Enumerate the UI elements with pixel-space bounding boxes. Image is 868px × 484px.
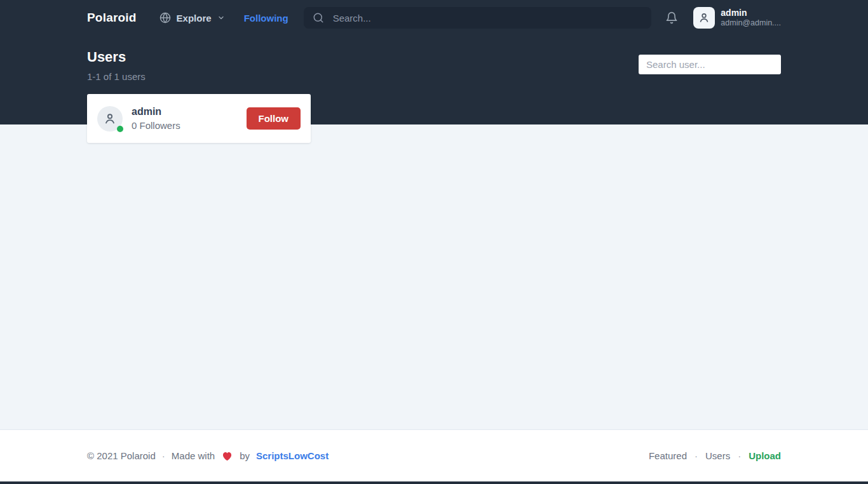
footer-by: by bbox=[240, 450, 250, 461]
user-menu[interactable]: admin admin@admin.... bbox=[693, 7, 781, 29]
footer-left: © 2021 Polaroid · Made with by ScriptsLo… bbox=[87, 450, 329, 461]
user-icon bbox=[698, 11, 710, 24]
search-user-input[interactable] bbox=[639, 55, 781, 74]
user-card-followers: 0 Followers bbox=[132, 120, 180, 131]
users-count: 1-1 of 1 users bbox=[87, 71, 146, 82]
user-card-info: admin 0 Followers bbox=[132, 105, 180, 131]
follow-button[interactable]: Follow bbox=[247, 107, 301, 130]
main-content: admin 0 Followers Follow bbox=[0, 124, 868, 429]
brand-logo[interactable]: Polaroid bbox=[87, 11, 137, 25]
navbar: Polaroid Explore Following bbox=[87, 0, 781, 36]
user-menu-text: admin admin@admin.... bbox=[721, 8, 781, 28]
footer: © 2021 Polaroid · Made with by ScriptsLo… bbox=[0, 429, 868, 481]
user-menu-name: admin bbox=[721, 8, 781, 18]
navbar-search bbox=[304, 7, 652, 29]
bell-icon bbox=[665, 11, 678, 24]
footer-link-upload[interactable]: Upload bbox=[749, 450, 781, 461]
footer-links: Featured · Users · Upload bbox=[649, 450, 781, 461]
page-header: Users 1-1 of 1 users bbox=[87, 36, 781, 82]
user-card-name: admin bbox=[132, 105, 180, 118]
nav-explore-label: Explore bbox=[177, 13, 212, 24]
users-grid: admin 0 Followers Follow bbox=[87, 94, 781, 143]
avatar bbox=[693, 7, 715, 29]
globe-icon bbox=[159, 12, 171, 24]
heart-icon bbox=[221, 450, 233, 461]
nav-following-link[interactable]: Following bbox=[244, 13, 288, 24]
footer-copyright: © 2021 Polaroid bbox=[87, 450, 156, 461]
footer-separator: · bbox=[695, 450, 698, 461]
footer-link-users[interactable]: Users bbox=[705, 450, 730, 461]
footer-separator: · bbox=[162, 450, 165, 461]
user-menu-email: admin@admin.... bbox=[721, 18, 781, 28]
user-card[interactable]: admin 0 Followers Follow bbox=[87, 94, 311, 143]
page-title: Users bbox=[87, 50, 146, 65]
footer-separator: · bbox=[738, 450, 741, 461]
nav-explore-menu[interactable]: Explore bbox=[159, 12, 225, 24]
bottom-edge-strip bbox=[0, 481, 868, 484]
credit-link[interactable]: ScriptsLowCost bbox=[256, 450, 329, 461]
notifications-button[interactable] bbox=[665, 11, 678, 24]
footer-link-featured[interactable]: Featured bbox=[649, 450, 687, 461]
search-icon bbox=[313, 12, 324, 24]
online-status-dot bbox=[117, 126, 123, 132]
user-card-avatar-wrap bbox=[97, 106, 123, 131]
chevron-down-icon bbox=[217, 14, 225, 22]
navbar-search-input[interactable] bbox=[332, 12, 643, 24]
footer-made-with: Made with bbox=[172, 450, 215, 461]
user-icon bbox=[103, 112, 117, 126]
page-header-text: Users 1-1 of 1 users bbox=[87, 50, 146, 82]
